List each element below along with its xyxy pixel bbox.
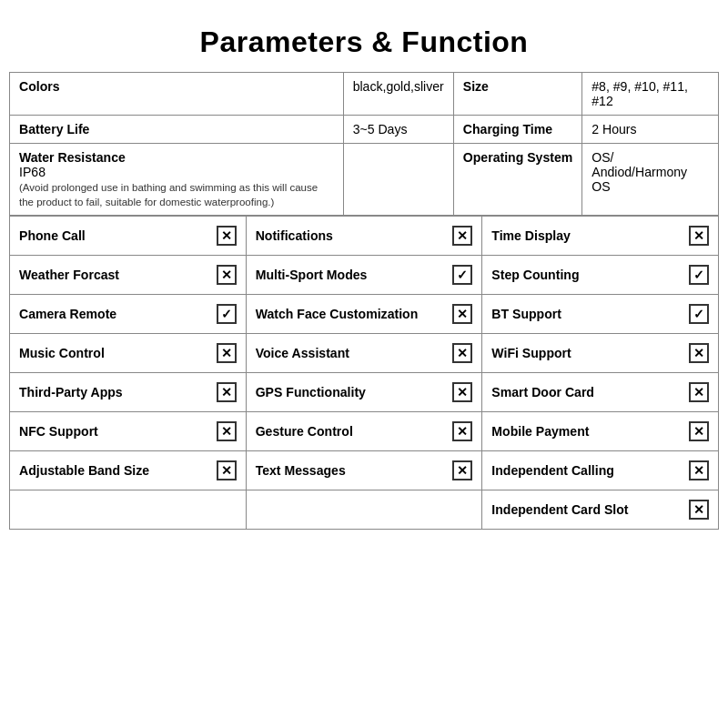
x-icon (217, 265, 237, 285)
features-table: Phone CallNotificationsTime DisplayWeath… (9, 216, 719, 530)
check-icon (689, 265, 709, 285)
colors-value: black,gold,sliver (343, 73, 453, 116)
charging-label: Charging Time (453, 116, 581, 144)
feature-name: Watch Face Customization (256, 307, 446, 321)
feature-cell (246, 490, 482, 530)
check-icon (689, 304, 709, 324)
feature-cell: Smart Door Card (482, 373, 719, 412)
feature-name: Text Messages (256, 463, 446, 478)
water-label: Water Resistance (19, 150, 126, 165)
feature-name: Step Counting (491, 268, 682, 282)
feature-name: Notifications (256, 228, 446, 243)
feature-cell: GPS Functionality (246, 373, 482, 412)
battery-value: 3~5 Days (343, 116, 453, 144)
x-icon (689, 421, 709, 441)
feature-name: Time Display (491, 228, 682, 243)
feature-cell: BT Support (482, 295, 719, 334)
feature-name: Weather Forcast (19, 268, 209, 282)
feature-name: Voice Assistant (256, 346, 446, 360)
battery-label: Battery Life (10, 116, 344, 144)
water-value: IP68 (19, 165, 46, 179)
x-icon (689, 226, 709, 246)
x-icon (452, 460, 472, 480)
feature-name: GPS Functionality (256, 385, 446, 399)
feature-name: Gesture Control (256, 424, 446, 439)
feature-cell: NFC Support (10, 412, 247, 451)
x-icon (217, 226, 237, 246)
check-icon (217, 304, 237, 324)
x-icon (689, 382, 709, 402)
x-icon (217, 460, 237, 480)
feature-name: Independent Card Slot (491, 502, 682, 517)
os-label: Operating System (453, 144, 581, 216)
feature-cell: Notifications (246, 217, 482, 256)
feature-cell: Weather Forcast (10, 256, 247, 295)
x-icon (689, 500, 709, 520)
feature-name: Phone Call (19, 228, 209, 243)
feature-cell: Mobile Payment (482, 412, 719, 451)
feature-name: Smart Door Card (491, 385, 682, 399)
feature-name: WiFi Support (491, 346, 682, 360)
feature-cell: Text Messages (246, 451, 482, 490)
charging-value: 2 Hours (582, 116, 719, 144)
feature-cell: Camera Remote (10, 295, 247, 334)
x-icon (452, 382, 472, 402)
specs-table: Colors black,gold,sliver Size #8, #9, #1… (9, 72, 719, 216)
colors-label: Colors (10, 73, 344, 116)
feature-name: BT Support (491, 307, 682, 321)
x-icon (452, 226, 472, 246)
x-icon (217, 343, 237, 363)
size-value: #8, #9, #10, #11, #12 (582, 73, 719, 116)
check-icon (452, 265, 472, 285)
x-icon (217, 382, 237, 402)
os-value: OS/ Andiod/Harmony OS (582, 144, 719, 216)
feature-cell (10, 490, 247, 530)
feature-name: Independent Calling (491, 463, 682, 478)
feature-cell: Independent Calling (482, 451, 719, 490)
x-icon (452, 304, 472, 324)
feature-name: Camera Remote (19, 307, 209, 321)
x-icon (217, 421, 237, 441)
page-title: Parameters & Function (9, 9, 719, 72)
feature-cell: Adjustable Band Size (10, 451, 247, 490)
feature-name: Music Control (19, 346, 209, 360)
feature-name: Mobile Payment (491, 424, 682, 439)
feature-cell: Time Display (482, 217, 719, 256)
feature-cell: Music Control (10, 334, 247, 373)
x-icon (689, 460, 709, 480)
feature-cell: Multi-Sport Modes (246, 256, 482, 295)
feature-cell: Watch Face Customization (246, 295, 482, 334)
feature-cell: Independent Card Slot (482, 490, 719, 530)
feature-cell: WiFi Support (482, 334, 719, 373)
feature-cell: Voice Assistant (246, 334, 482, 373)
feature-name: NFC Support (19, 424, 209, 439)
feature-cell: Third-Party Apps (10, 373, 247, 412)
feature-cell: Step Counting (482, 256, 719, 295)
feature-name: Third-Party Apps (19, 385, 209, 399)
x-icon (689, 343, 709, 363)
x-icon (452, 343, 472, 363)
feature-name: Adjustable Band Size (19, 463, 209, 478)
feature-cell: Gesture Control (246, 412, 482, 451)
water-note: (Avoid prolonged use in bathing and swim… (19, 182, 318, 207)
feature-cell: Phone Call (10, 217, 247, 256)
size-label: Size (453, 73, 581, 116)
feature-name: Multi-Sport Modes (256, 268, 446, 282)
x-icon (452, 421, 472, 441)
